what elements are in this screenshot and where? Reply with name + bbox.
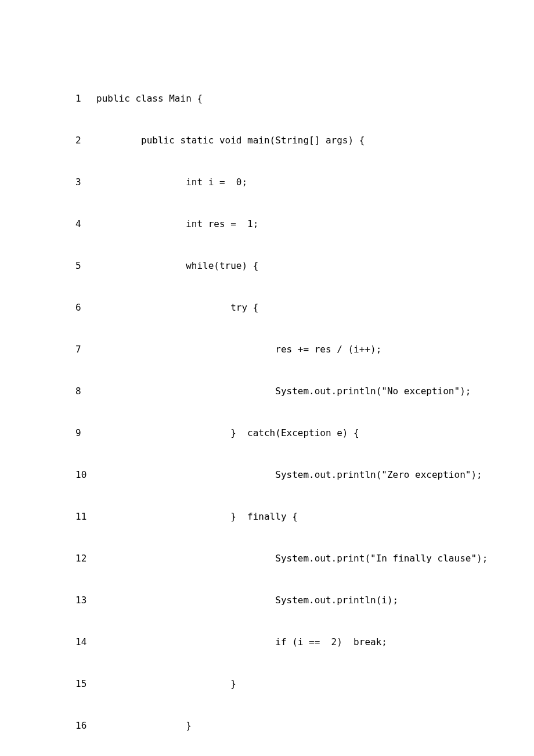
line-number: 14 [75,635,96,649]
code-text: while(true) { [96,259,258,273]
page: 1public class Main { 2 public static voi… [0,0,534,756]
line-number: 15 [75,677,96,691]
line-number: 2 [75,134,96,147]
code-block: 1public class Main { 2 public static voi… [75,64,459,756]
code-line: 1public class Main { [75,92,459,106]
line-number: 4 [75,217,96,231]
code-line: 14 if (i == 2) break; [75,635,459,649]
code-text: } [96,677,236,691]
code-text: int res = 1; [96,217,258,231]
code-text: int i = 0; [96,175,247,189]
code-line: 4 int res = 1; [75,217,459,231]
code-line: 16 } [75,719,459,733]
line-number: 7 [75,343,96,357]
code-text: System.out.println(i); [96,593,398,607]
line-number: 16 [75,719,96,733]
code-line: 9 } catch(Exception e) { [75,426,459,440]
code-line: 5 while(true) { [75,259,459,273]
code-text: System.out.println("Zero exception"); [96,468,482,482]
line-number: 5 [75,259,96,273]
code-line: 15 } [75,677,459,691]
line-number: 9 [75,426,96,440]
code-text: System.out.print("In finally clause"); [96,552,488,566]
code-text: } [96,719,192,733]
code-line: 10 System.out.println("Zero exception"); [75,468,459,482]
line-number: 11 [75,510,96,524]
code-text: public class Main { [96,92,203,106]
code-line: 7 res += res / (i++); [75,343,459,357]
line-number: 8 [75,384,96,398]
line-number: 12 [75,552,96,566]
code-text: } finally { [96,510,298,524]
code-line: 13 System.out.println(i); [75,593,459,607]
line-number: 1 [75,92,96,106]
line-number: 13 [75,593,96,607]
code-line: 8 System.out.println("No exception"); [75,384,459,398]
line-number: 3 [75,175,96,189]
code-text: if (i == 2) break; [96,635,387,649]
code-text: System.out.println("No exception"); [96,384,471,398]
code-text: res += res / (i++); [96,343,381,357]
code-text: } catch(Exception e) { [96,426,359,440]
code-text: try { [96,301,258,315]
line-number: 6 [75,301,96,315]
code-line: 3 int i = 0; [75,175,459,189]
code-line: 12 System.out.print("In finally clause")… [75,552,459,566]
code-line: 2 public static void main(String[] args)… [75,134,459,147]
line-number: 10 [75,468,96,482]
code-text: public static void main(String[] args) { [96,134,365,147]
code-line: 6 try { [75,301,459,315]
code-line: 11 } finally { [75,510,459,524]
